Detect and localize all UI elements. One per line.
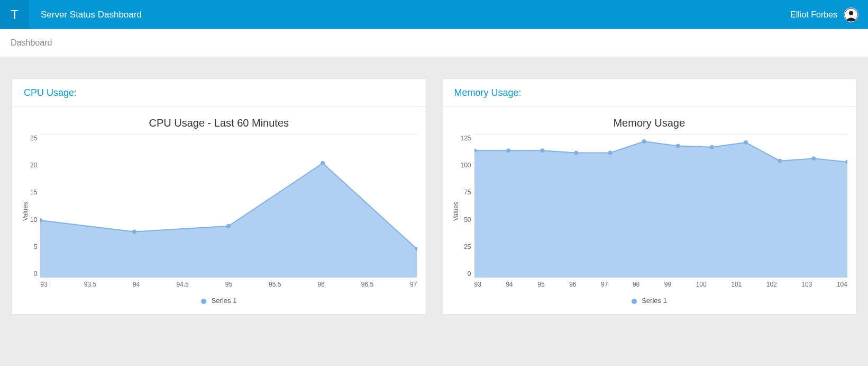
svg-point-21 [811,156,816,160]
svg-point-17 [675,144,680,148]
chart-svg-memory [474,135,847,278]
chart-title-memory: Memory Usage [451,117,848,129]
svg-point-15 [608,151,612,155]
legend-dot-icon [632,299,637,304]
svg-point-20 [778,159,782,163]
svg-point-7 [321,161,325,165]
panels-row: CPU Usage: CPU Usage - Last 60 Minutes V… [0,57,868,331]
y-ticks-memory: 1251007550250 [461,135,474,278]
legend-cpu: Series 1 [21,297,417,305]
avatar[interactable] [844,7,858,22]
legend-label-cpu: Series 1 [212,297,237,305]
y-axis-label-cpu: Values [21,135,30,288]
app-title: Server Status Dashboard [41,10,142,20]
panel-heading-cpu: CPU Usage: [12,79,426,106]
chart-svg-cpu [40,135,417,278]
chart-title-cpu: CPU Usage - Last 60 Minutes [21,117,417,129]
legend-label-memory: Series 1 [642,297,667,305]
svg-point-1 [849,11,853,15]
svg-point-16 [642,139,646,144]
svg-point-18 [709,145,714,149]
topbar: T Server Status Dashboard Elliot Forbes [0,0,868,29]
user-name[interactable]: Elliot Forbes [790,10,837,20]
avatar-icon [844,8,858,22]
svg-point-13 [540,148,544,153]
y-axis-label-memory: Values [451,135,461,288]
legend-memory: Series 1 [451,297,848,305]
breadcrumb-bar: Dashboard [0,29,868,57]
svg-point-5 [132,230,136,234]
x-ticks-memory: 93949596979899100101102103104 [474,278,847,288]
x-ticks-cpu: 9393.59494.59595.59696.597 [40,278,417,288]
svg-point-14 [574,151,578,155]
app-logo[interactable]: T [0,0,29,29]
svg-point-6 [226,224,231,228]
breadcrumb[interactable]: Dashboard [11,38,52,47]
svg-point-12 [506,148,510,153]
y-ticks-cpu: 2520151050 [30,135,40,278]
panel-heading-memory: Memory Usage: [443,79,856,106]
panel-memory: Memory Usage: Memory Usage Values 125100… [442,78,857,315]
panel-cpu: CPU Usage: CPU Usage - Last 60 Minutes V… [12,78,426,315]
svg-point-19 [744,140,748,145]
legend-dot-icon [201,299,206,304]
